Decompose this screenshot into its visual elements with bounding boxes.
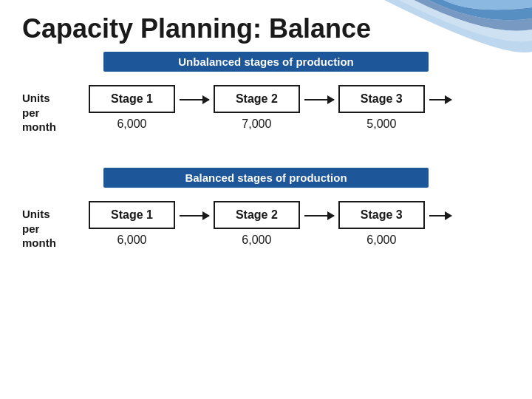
balanced-stages: Stage 1 6,000 Stage 2 6,000 Stage 3 6,00… bbox=[89, 201, 532, 247]
unbalanced-stage-3-box: Stage 3 bbox=[338, 85, 425, 113]
balanced-stage-1: Stage 1 6,000 bbox=[89, 201, 175, 247]
unbalanced-stage-3-value: 5,000 bbox=[366, 117, 396, 131]
unbalanced-units-label: Units per month bbox=[22, 85, 66, 134]
unbalanced-section: Unbalanced stages of production Units pe… bbox=[0, 52, 532, 151]
unbalanced-stage-2: Stage 2 7,000 bbox=[214, 85, 300, 131]
arrow-2-3 bbox=[304, 99, 334, 117]
arrow-end-balanced bbox=[429, 215, 451, 233]
unbalanced-stage-1: Stage 1 6,000 bbox=[89, 85, 175, 131]
arrow-1-2 bbox=[180, 99, 209, 117]
balanced-stage-3-box: Stage 3 bbox=[338, 201, 425, 229]
unbalanced-stage-1-value: 6,000 bbox=[117, 117, 146, 131]
balanced-section: Balanced stages of production Units per … bbox=[0, 168, 532, 267]
arrow-end-unbalanced bbox=[429, 99, 451, 117]
balanced-arrow-1-2 bbox=[180, 215, 209, 233]
unbalanced-stage-3: Stage 3 5,000 bbox=[338, 85, 425, 131]
unbalanced-banner: Unbalanced stages of production bbox=[103, 52, 429, 72]
unbalanced-stage-2-value: 7,000 bbox=[242, 117, 271, 131]
balanced-stage-2-value: 6,000 bbox=[242, 233, 271, 247]
balanced-stage-2: Stage 2 6,000 bbox=[214, 201, 300, 247]
balanced-stage-3-value: 6,000 bbox=[366, 233, 396, 247]
unbalanced-stage-1-box: Stage 1 bbox=[89, 85, 175, 113]
unbalanced-stages: Stage 1 6,000 Stage 2 7,000 Stage 3 5,00… bbox=[89, 85, 532, 131]
unbalanced-stage-2-box: Stage 2 bbox=[214, 85, 300, 113]
balanced-stage-1-value: 6,000 bbox=[117, 233, 146, 247]
balanced-arrow-2-3 bbox=[304, 215, 334, 233]
page-title: Capacity Planning: Balance bbox=[0, 0, 532, 52]
balanced-stage-2-box: Stage 2 bbox=[214, 201, 300, 229]
balanced-stage-1-box: Stage 1 bbox=[89, 201, 175, 229]
balanced-stage-3: Stage 3 6,000 bbox=[338, 201, 425, 247]
balanced-units-label: Units per month bbox=[22, 201, 66, 250]
balanced-banner: Balanced stages of production bbox=[103, 168, 429, 188]
